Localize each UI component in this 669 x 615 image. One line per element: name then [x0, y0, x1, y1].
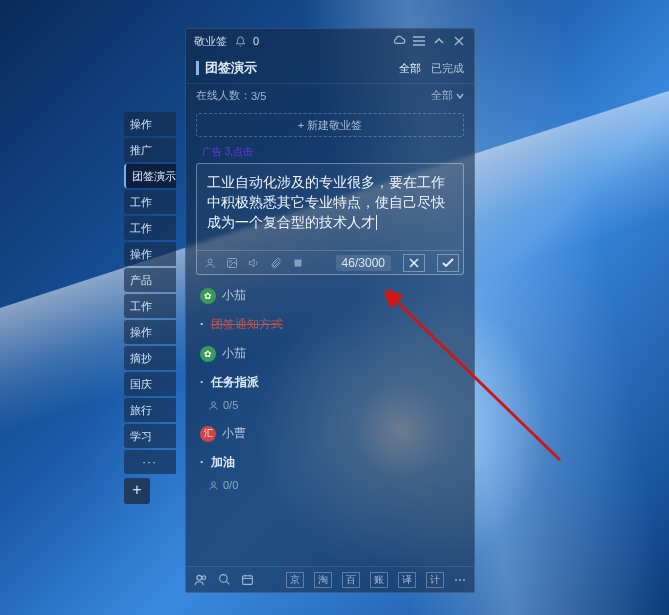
- more-icon[interactable]: ⋯: [454, 573, 466, 587]
- sidebar-tab[interactable]: 摘抄: [124, 346, 176, 370]
- task-people: 0/5: [192, 397, 468, 419]
- section-header: 团签演示 全部 已完成: [186, 53, 474, 84]
- online-dropdown[interactable]: 全部: [431, 88, 464, 103]
- online-label: 在线人数：: [196, 88, 251, 103]
- svg-point-7: [230, 260, 232, 262]
- cloud-sync-icon[interactable]: [392, 34, 406, 48]
- svg-point-12: [212, 481, 216, 485]
- note-text-struck: 团签通知方式: [211, 317, 283, 331]
- sidebar-tab[interactable]: 操作: [124, 320, 176, 344]
- person-icon: [208, 480, 219, 491]
- text-caret: [376, 215, 377, 230]
- sidebar-tab-stack: 操作 推广 团签演示 工作 工作 操作 产品 工作 操作 摘抄 国庆 旅行 学习…: [124, 112, 176, 504]
- note-text: 加油: [211, 455, 235, 469]
- quick-link[interactable]: 计: [426, 572, 444, 588]
- avatar: ✿: [200, 288, 216, 304]
- quick-link[interactable]: 京: [286, 572, 304, 588]
- list-item[interactable]: 团签通知方式: [192, 310, 468, 339]
- calendar-icon[interactable]: [241, 573, 254, 586]
- user-name: 小茄: [222, 345, 246, 362]
- sidebar-tab[interactable]: 工作: [124, 216, 176, 240]
- person-icon: [208, 400, 219, 411]
- sidebar-tab[interactable]: 国庆: [124, 372, 176, 396]
- filter-all[interactable]: 全部: [399, 61, 421, 76]
- svg-point-14: [202, 575, 206, 579]
- bottom-bar: 京 淘 百 账 译 计 ⋯: [186, 566, 474, 592]
- sidebar-tab[interactable]: 操作: [124, 242, 176, 266]
- note-editor-textarea[interactable]: 工业自动化涉及的专业很多，要在工作中积极熟悉其它专业特点，使自己尽快成为一个复合…: [197, 164, 463, 250]
- titlebar: 敬业签 0: [186, 29, 474, 53]
- sidebar-tab-active[interactable]: 团签演示: [124, 164, 176, 188]
- quick-link[interactable]: 百: [342, 572, 360, 588]
- sidebar-tab[interactable]: 工作: [124, 190, 176, 214]
- list-item[interactable]: 加油: [192, 448, 468, 477]
- ad-hint[interactable]: 广告 3,点击: [186, 139, 474, 161]
- list-user: 汇 小曹: [192, 419, 468, 448]
- close-icon[interactable]: [452, 34, 466, 48]
- avatar: 汇: [200, 426, 216, 442]
- search-icon[interactable]: [218, 573, 231, 586]
- new-note-button[interactable]: + 新建敬业签: [196, 113, 464, 137]
- sidebar-tab[interactable]: 产品: [124, 268, 176, 292]
- note-editor: 工业自动化涉及的专业很多，要在工作中积极熟悉其它专业特点，使自己尽快成为一个复合…: [196, 163, 464, 275]
- svg-point-13: [197, 575, 202, 580]
- quick-link[interactable]: 淘: [314, 572, 332, 588]
- user-name: 小曹: [222, 425, 246, 442]
- svg-point-5: [208, 259, 212, 263]
- editor-toolbar: 46/3000: [197, 250, 463, 274]
- cancel-button[interactable]: [403, 254, 425, 272]
- task-people: 0/0: [192, 477, 468, 499]
- sidebar-tab[interactable]: 学习: [124, 424, 176, 448]
- char-counter: 46/3000: [336, 255, 391, 271]
- sidebar-tab[interactable]: 推广: [124, 138, 176, 162]
- stop-icon[interactable]: [291, 256, 305, 270]
- filter-done[interactable]: 已完成: [431, 61, 464, 76]
- task-title: 任务指派: [211, 375, 259, 389]
- svg-point-11: [212, 401, 216, 405]
- section-title: 团签演示: [205, 59, 257, 77]
- list-item[interactable]: 任务指派: [192, 368, 468, 397]
- list-user: ✿ 小茄: [192, 339, 468, 368]
- sidebar-tab[interactable]: 工作: [124, 294, 176, 318]
- app-name: 敬业签: [194, 34, 227, 49]
- menu-icon[interactable]: [412, 34, 426, 48]
- chevron-down-icon: [456, 93, 464, 99]
- sidebar-tab-more[interactable]: ···: [124, 450, 176, 474]
- collapse-icon[interactable]: [432, 34, 446, 48]
- contacts-icon[interactable]: [194, 573, 208, 587]
- bell-count: 0: [253, 35, 259, 47]
- section-accent-bar: [196, 61, 199, 75]
- svg-line-16: [226, 581, 229, 584]
- avatar: ✿: [200, 346, 216, 362]
- main-panel: 敬业签 0 团签演示 全部 已完成 在线人数： 3/5 全部: [185, 28, 475, 593]
- svg-rect-17: [243, 576, 253, 585]
- online-count: 3/5: [251, 90, 266, 102]
- quick-link[interactable]: 译: [398, 572, 416, 588]
- svg-point-15: [220, 575, 228, 583]
- confirm-button[interactable]: [437, 254, 459, 272]
- sidebar-add-tab[interactable]: +: [124, 478, 150, 504]
- list-user: ✿ 小茄: [192, 281, 468, 310]
- note-list: 工业自动化涉及的专业很多，要在工作中积极熟悉其它专业特点，使自己尽快成为一个复合…: [186, 161, 474, 566]
- sidebar-tab[interactable]: 旅行: [124, 398, 176, 422]
- image-icon[interactable]: [225, 256, 239, 270]
- quick-link[interactable]: 账: [370, 572, 388, 588]
- user-name: 小茄: [222, 287, 246, 304]
- online-row: 在线人数： 3/5 全部: [186, 84, 474, 109]
- bell-icon[interactable]: [233, 34, 247, 48]
- person-icon[interactable]: [203, 256, 217, 270]
- attachment-icon[interactable]: [269, 256, 283, 270]
- sidebar-tab[interactable]: 操作: [124, 112, 176, 136]
- svg-rect-8: [295, 259, 302, 266]
- audio-icon[interactable]: [247, 256, 261, 270]
